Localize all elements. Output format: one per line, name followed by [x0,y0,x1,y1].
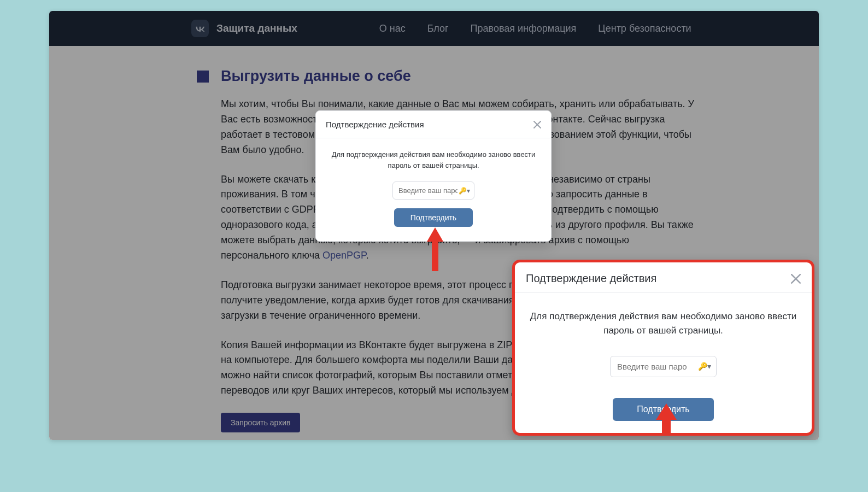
svg-marker-0 [427,227,443,271]
confirm-button[interactable]: Подтвердить [394,208,473,227]
annotation-arrow-large-icon [656,403,677,434]
svg-marker-1 [656,403,677,434]
password-field-wrap: 🔑▾ [392,181,474,200]
close-icon[interactable] [533,121,541,128]
password-field-wrap-large: 🔑▾ [610,356,717,377]
annotation-arrow-small-icon [427,227,443,271]
close-icon-large[interactable] [791,274,801,284]
modal-message-large: Для подтверждения действия вам необходим… [529,309,797,338]
password-input-large[interactable] [610,356,717,377]
modal-title: Подтверждение действия [326,120,424,129]
confirm-modal-large-callout: Подтверждение действия Для подтверждения… [512,260,814,436]
password-input[interactable] [392,181,474,200]
modal-message: Для подтверждения действия вам необходим… [328,149,539,171]
modal-header-large: Подтверждение действия [515,262,812,293]
modal-title-large: Подтверждение действия [526,272,656,285]
modal-body: Для подтверждения действия вам необходим… [316,138,551,241]
modal-header: Подтверждение действия [316,111,551,138]
confirm-modal-small: Подтверждение действия Для подтверждения… [315,110,552,242]
screenshot-frame: Защита данных О нас Блог Правовая информ… [49,11,819,440]
